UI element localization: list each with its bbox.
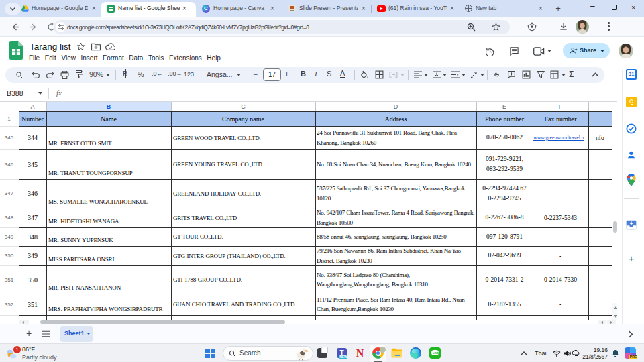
svg-text:A: A [471, 76, 473, 78]
